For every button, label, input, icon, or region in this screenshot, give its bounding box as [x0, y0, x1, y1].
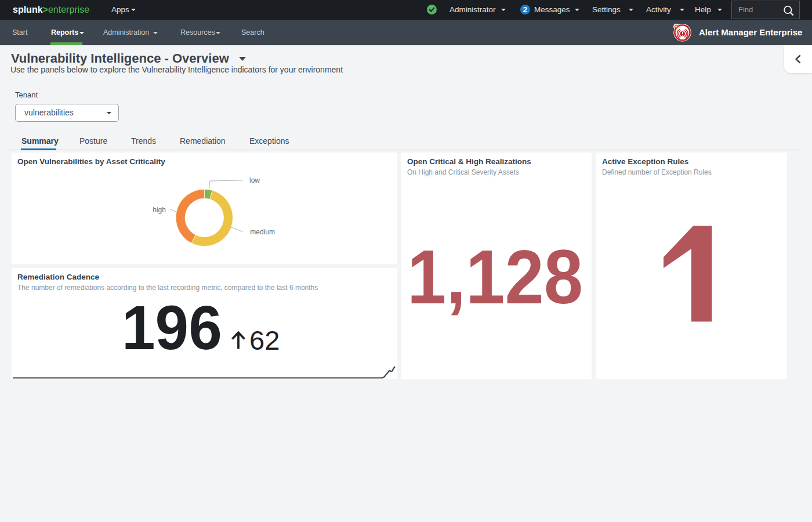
svg-text:2: 2 — [523, 5, 528, 14]
svg-text:high: high — [153, 206, 166, 214]
svg-text:low: low — [249, 176, 260, 184]
svg-text:medium: medium — [250, 228, 275, 236]
